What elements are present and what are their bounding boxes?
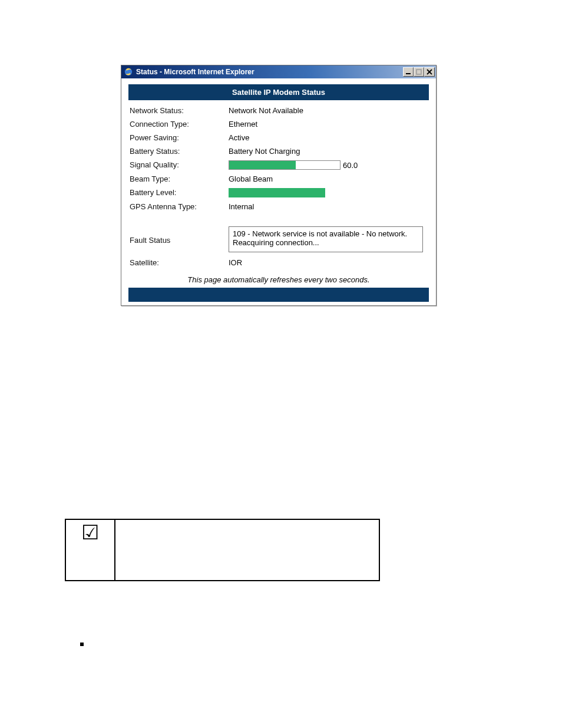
row-battery-status: Battery Status: Battery Not Charging — [130, 144, 428, 158]
label-battery-level: Battery Level: — [130, 188, 229, 197]
note-row: ☑ — [65, 519, 379, 581]
row-fault-status: Fault Status 109 - Network service is no… — [130, 224, 428, 255]
label-battery-status: Battery Status: — [130, 147, 229, 156]
signal-quality-fill — [229, 161, 296, 169]
titlebar-buttons — [403, 67, 435, 77]
row-beam-type: Beam Type: Global Beam — [130, 172, 428, 186]
label-gps-antenna-type: GPS Antenna Type: — [130, 202, 229, 211]
svg-rect-2 — [416, 70, 421, 74]
ie-icon — [124, 67, 133, 77]
client-area: Satellite IP Modem Status Network Status… — [121, 78, 436, 305]
row-signal-quality: Signal Quality: 60.0 — [130, 158, 428, 172]
row-power-saving: Power Saving: Active — [130, 131, 428, 144]
value-beam-type: Global Beam — [229, 174, 428, 183]
value-power-saving: Active — [229, 133, 428, 142]
status-rows: Network Status: Network Not Available Co… — [128, 100, 429, 272]
bullet-icon — [80, 643, 84, 646]
row-network-status: Network Status: Network Not Available — [130, 104, 428, 117]
status-panel: Satellite IP Modem Status Network Status… — [128, 84, 429, 302]
bottom-strip — [128, 288, 429, 302]
value-gps-antenna-type: Internal — [229, 202, 428, 211]
signal-quality-value: 60.0 — [343, 161, 358, 170]
ie-window: Status - Microsoft Internet Explorer Sat… — [121, 65, 437, 306]
label-power-saving: Power Saving: — [130, 133, 229, 142]
value-battery-level — [229, 188, 428, 197]
row-battery-level: Battery Level: — [130, 186, 428, 200]
fault-status-box: 109 - Network service is not available -… — [229, 226, 423, 252]
row-gps-antenna-type: GPS Antenna Type: Internal — [130, 200, 428, 213]
panel-heading: Satellite IP Modem Status — [128, 84, 429, 100]
value-signal-quality: 60.0 — [229, 160, 428, 170]
note-check-cell: ☑ — [65, 519, 115, 581]
value-fault-status: 109 - Network service is not available -… — [229, 226, 428, 252]
value-connection-type: Ethernet — [229, 120, 428, 129]
titlebar: Status - Microsoft Internet Explorer — [121, 65, 436, 78]
label-network-status: Network Status: — [130, 106, 229, 115]
label-beam-type: Beam Type: — [130, 174, 229, 183]
maximize-button[interactable] — [414, 67, 424, 77]
note-text-cell — [115, 519, 379, 581]
battery-level-bar — [229, 188, 325, 197]
refresh-note: This page automatically refreshes every … — [128, 272, 429, 288]
value-battery-status: Battery Not Charging — [229, 147, 428, 156]
close-button[interactable] — [424, 67, 435, 77]
signal-quality-bar — [229, 160, 340, 170]
label-satellite: Satellite: — [130, 258, 229, 267]
row-connection-type: Connection Type: Ethernet — [130, 117, 428, 131]
value-network-status: Network Not Available — [229, 106, 428, 115]
label-connection-type: Connection Type: — [130, 120, 229, 129]
row-satellite: Satellite: IOR — [130, 256, 428, 269]
label-fault-status: Fault Status — [130, 226, 229, 245]
note-box: ☑ — [65, 519, 380, 581]
label-signal-quality: Signal Quality: — [130, 160, 229, 169]
window-title: Status - Microsoft Internet Explorer — [136, 68, 403, 76]
minimize-button[interactable] — [403, 67, 414, 77]
checkbox-checked-icon: ☑ — [81, 521, 99, 543]
svg-rect-1 — [406, 73, 411, 74]
value-satellite: IOR — [229, 258, 428, 267]
